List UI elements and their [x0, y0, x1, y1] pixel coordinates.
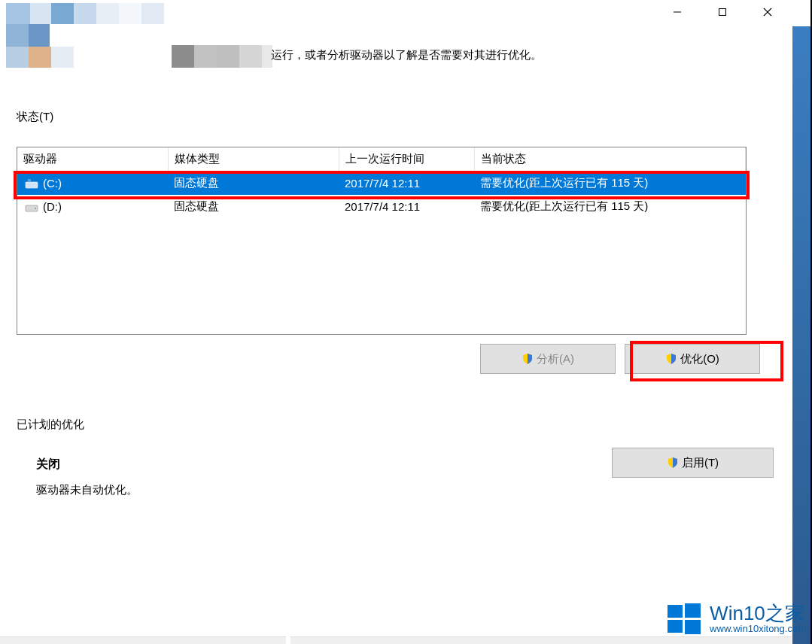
col-header-state[interactable]: 当前状态	[474, 147, 746, 172]
enable-button[interactable]: 启用(T)	[612, 448, 774, 478]
svg-rect-4	[26, 182, 38, 188]
last-run: 2017/7/4 12:11	[339, 172, 474, 196]
ghost-bar	[0, 636, 286, 644]
svg-rect-5	[28, 179, 31, 182]
shield-icon	[522, 353, 534, 365]
table-header-row: 驱动器 媒体类型 上一次运行时间 当前状态	[17, 147, 746, 172]
svg-rect-10	[668, 620, 683, 633]
svg-point-7	[35, 208, 36, 209]
windows-logo-icon	[666, 600, 702, 636]
censored-region	[0, 0, 278, 71]
media-type: 固态硬盘	[168, 195, 339, 218]
scheduled-status-label: 关闭	[36, 457, 60, 472]
maximize-button[interactable]	[700, 0, 745, 24]
watermark-brand-zh: 之家	[765, 602, 804, 624]
window-controls	[655, 0, 790, 24]
col-header-last-run[interactable]: 上一次运行时间	[339, 147, 474, 172]
drive-label: (D:)	[43, 200, 62, 213]
table-row[interactable]: (D:)固态硬盘2017/7/4 12:11需要优化(距上次运行已有 115 天…	[17, 195, 746, 218]
shield-icon	[665, 353, 677, 365]
enable-button-label: 启用(T)	[682, 456, 719, 470]
close-button[interactable]	[745, 0, 790, 24]
scheduled-section-label: 已计划的优化	[17, 418, 84, 432]
drive-icon	[25, 178, 38, 189]
description-text: 运行，或者分析驱动器以了解是否需要对其进行优化。	[271, 48, 542, 62]
drive-table: 驱动器 媒体类型 上一次运行时间 当前状态 (C:)固态硬盘2017/7/4 1…	[17, 147, 747, 335]
svg-rect-11	[685, 620, 701, 634]
svg-rect-1	[719, 9, 726, 16]
shield-icon	[667, 457, 679, 469]
status-label: 状态(T)	[17, 110, 53, 124]
current-state: 需要优化(距上次运行已有 115 天)	[474, 195, 746, 218]
media-type: 固态硬盘	[168, 172, 339, 196]
analyze-button[interactable]: 分析(A)	[480, 344, 616, 374]
watermark-url: www.win10xitong.com	[710, 624, 806, 634]
drive-icon	[25, 202, 38, 212]
current-state: 需要优化(距上次运行已有 115 天)	[474, 172, 746, 196]
optimize-button[interactable]: 优化(O)	[625, 344, 760, 374]
svg-rect-9	[685, 603, 701, 618]
optimize-button-label: 优化(O)	[680, 352, 719, 366]
action-button-row: 分析(A) 优化(O)	[17, 344, 760, 374]
desktop-background	[792, 26, 810, 644]
watermark-brand: Win10	[710, 602, 765, 624]
col-header-media[interactable]: 媒体类型	[168, 147, 339, 172]
drive-label: (C:)	[43, 177, 62, 190]
minimize-button[interactable]	[655, 0, 700, 24]
ghost-bar	[290, 636, 792, 644]
analyze-button-label: 分析(A)	[537, 352, 574, 366]
watermark: Win10之家 www.win10xitong.com	[666, 600, 806, 636]
col-header-drive[interactable]: 驱动器	[17, 147, 168, 172]
scheduled-noauto-label: 驱动器未自动优化。	[36, 483, 138, 497]
table-row[interactable]: (C:)固态硬盘2017/7/4 12:11需要优化(距上次运行已有 115 天…	[17, 172, 746, 196]
svg-rect-8	[668, 605, 683, 618]
last-run: 2017/7/4 12:11	[339, 195, 474, 218]
